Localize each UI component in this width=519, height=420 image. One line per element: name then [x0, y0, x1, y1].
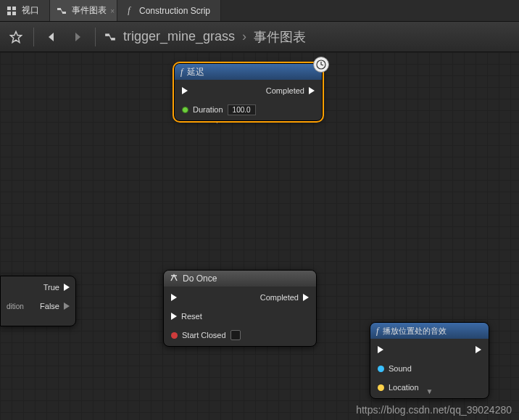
svg-marker-6: [11, 31, 22, 42]
graph-toolbar: trigger_mine_grass › 事件图表: [0, 22, 519, 52]
breadcrumb: trigger_mine_grass › 事件图表: [104, 28, 306, 46]
bool-pin-icon: [171, 332, 178, 339]
separator: [95, 28, 96, 46]
svg-rect-1: [12, 7, 16, 10]
exec-output-pin[interactable]: [64, 284, 70, 291]
pin-label: Location: [389, 383, 419, 392]
float-pin-icon: [182, 107, 188, 113]
chevron-right-icon: ›: [242, 29, 246, 44]
graph-icon: [104, 31, 116, 43]
node-header[interactable]: f 延迟: [175, 64, 322, 80]
start-closed-checkbox[interactable]: [231, 330, 241, 340]
nav-back-icon[interactable]: [43, 28, 60, 46]
macro-icon: [170, 273, 178, 284]
favorite-icon[interactable]: [7, 28, 25, 46]
pin-label: Duration: [193, 105, 223, 114]
svg-rect-0: [7, 7, 11, 10]
node-title: Do Once: [183, 273, 217, 284]
pin-label: Sound: [389, 364, 412, 373]
location-pin[interactable]: Location: [378, 383, 419, 392]
node-header[interactable]: f 播放位置处的音效: [370, 323, 489, 339]
clock-icon: [313, 57, 329, 73]
svg-rect-8: [111, 38, 115, 40]
tab-label: 事件图表: [72, 4, 107, 17]
exec-output-pin[interactable]: [309, 87, 315, 94]
exec-input-pin[interactable]: [171, 294, 177, 301]
editor-tabs: 视口 事件图表 × f Construction Scrip: [0, 0, 519, 22]
node-do-once[interactable]: Do Once Completed Reset Start Closed: [163, 270, 317, 347]
exec-output-pin[interactable]: [303, 294, 309, 301]
breadcrumb-asset[interactable]: trigger_mine_grass: [123, 29, 235, 44]
vector-pin-icon: [378, 384, 384, 391]
viewport-icon: [6, 5, 17, 17]
reset-pin[interactable]: Reset: [171, 312, 202, 321]
close-icon[interactable]: ×: [110, 7, 115, 15]
expand-icon[interactable]: ▼: [426, 387, 433, 395]
separator: [33, 28, 34, 46]
svg-rect-7: [105, 33, 109, 36]
duration-input[interactable]: 100.0: [228, 104, 256, 115]
pin-label: Completed: [260, 293, 299, 302]
pin-label: True: [43, 283, 59, 292]
breadcrumb-graph[interactable]: 事件图表: [254, 28, 306, 46]
node-delay[interactable]: f 延迟 Completed Duration 100.0: [174, 63, 323, 121]
graph-icon: [56, 5, 67, 17]
pin-label: Completed: [266, 86, 304, 95]
function-icon: f: [180, 67, 183, 78]
node-title: 延迟: [187, 66, 204, 78]
object-pin-icon: [378, 366, 384, 372]
function-icon: f: [376, 326, 378, 337]
node-branch-partial[interactable]: True dition False: [0, 276, 76, 326]
tab-event-graph[interactable]: 事件图表 ×: [50, 0, 117, 21]
pin-label: Reset: [181, 312, 202, 321]
graph-canvas[interactable]: f 延迟 Completed Duration 100.0: [0, 52, 519, 420]
svg-rect-4: [57, 8, 61, 10]
nav-forward-icon[interactable]: [69, 28, 86, 46]
exec-output-pin[interactable]: [476, 346, 481, 353]
tab-viewport[interactable]: 视口: [0, 0, 50, 21]
exec-output-pin[interactable]: [64, 302, 70, 310]
sound-pin[interactable]: Sound: [378, 364, 412, 373]
pin-label: Start Closed: [182, 331, 226, 339]
svg-rect-2: [7, 12, 11, 15]
exec-input-pin[interactable]: [378, 346, 383, 353]
pin-label: dition: [7, 302, 24, 310]
duration-pin[interactable]: Duration 100.0: [182, 104, 256, 115]
tab-construction-script[interactable]: f Construction Scrip: [117, 0, 221, 21]
exec-input-pin[interactable]: [182, 87, 188, 94]
tab-label: 视口: [22, 4, 39, 17]
node-title: 播放位置处的音效: [383, 326, 447, 337]
tab-label: Construction Scrip: [139, 6, 210, 16]
pin-label: False: [40, 302, 59, 310]
function-icon: f: [123, 5, 135, 17]
node-play-sound-at-location[interactable]: f 播放位置处的音效 Sound Location ▼: [370, 322, 489, 399]
start-closed-pin[interactable]: Start Closed: [171, 330, 241, 340]
svg-rect-5: [62, 12, 66, 14]
node-header[interactable]: Do Once: [164, 271, 316, 287]
svg-rect-3: [12, 12, 16, 15]
watermark-text: https://blog.csdn.net/qq_39024280: [356, 404, 512, 416]
